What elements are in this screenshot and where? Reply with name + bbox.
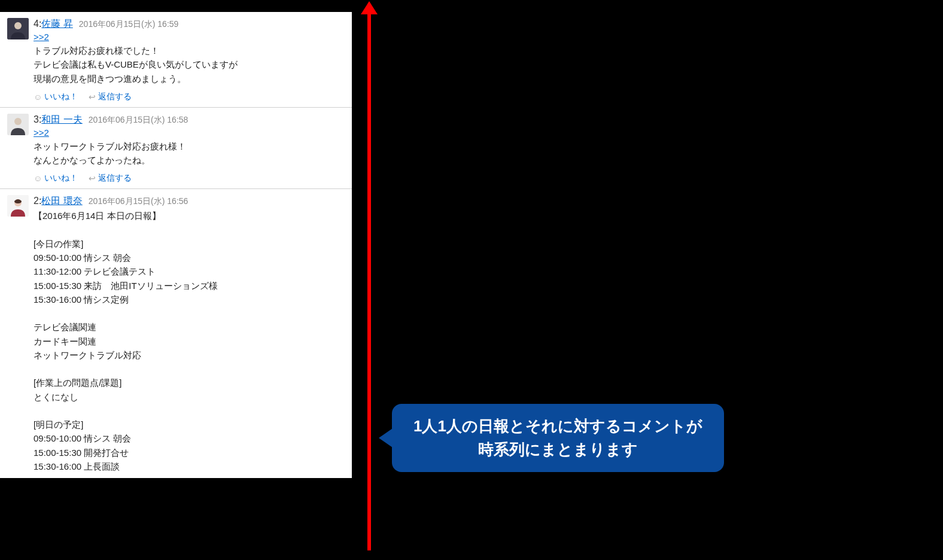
post-actions: ☺ いいね！ ↩ 返信する (34, 92, 345, 102)
post-header: 4:佐藤 昇 2016年06月15日(水) 16:59 (34, 18, 345, 31)
reference-link[interactable]: >>2 (34, 127, 49, 138)
author-link[interactable]: 松田 環奈 (41, 196, 82, 206)
post-timestamp: 2016年06月15日(水) 16:58 (89, 115, 188, 126)
post-number: 3 (34, 114, 39, 124)
reply-label: 返信する (98, 173, 132, 184)
avatar[interactable] (7, 18, 29, 39)
reply-button[interactable]: ↩ 返信する (89, 92, 132, 102)
post-number: 2 (34, 196, 39, 206)
avatar[interactable] (7, 114, 29, 135)
thread-panel: 4:佐藤 昇 2016年06月15日(水) 16:59 >>2 トラブル対応お疲… (0, 12, 352, 478)
post: 2:松田 環奈 2016年06月15日(水) 16:56 【2016年6月14日… (0, 189, 352, 478)
author-link[interactable]: 佐藤 昇 (41, 19, 72, 29)
post: 3:和田 一夫 2016年06月15日(水) 16:58 >>2 ネットワークト… (0, 108, 352, 190)
timeline-arrow (367, 12, 371, 550)
svg-point-3 (14, 118, 22, 125)
callout-text: 1人1人の日報とそれに対するコメントが 時系列にまとまります (413, 417, 702, 458)
author-link[interactable]: 和田 一夫 (41, 114, 82, 124)
smile-icon: ☺ (34, 174, 42, 183)
post-number: 4 (34, 19, 39, 29)
post: 4:佐藤 昇 2016年06月15日(水) 16:59 >>2 トラブル対応お疲… (0, 12, 352, 108)
like-button[interactable]: ☺ いいね！ (34, 173, 78, 184)
post-header: 2:松田 環奈 2016年06月15日(水) 16:56 (34, 195, 345, 208)
post-body-wrap: >>2 トラブル対応お疲れ様でした！ テレビ会議は私もV-CUBEが良い気がして… (34, 32, 345, 86)
reply-label: 返信する (98, 92, 132, 102)
post-body-wrap: >>2 ネットワークトラブル対応お疲れ様！ なんとかなってよかったね。 (34, 127, 345, 168)
avatar[interactable] (7, 195, 29, 217)
reply-button[interactable]: ↩ 返信する (89, 173, 132, 184)
reply-icon: ↩ (89, 174, 96, 183)
reply-icon: ↩ (89, 92, 96, 102)
annotation-callout: 1人1人の日報とそれに対するコメントが 時系列にまとまります (392, 404, 724, 472)
like-label: いいね！ (44, 173, 78, 184)
post-body-wrap: 【2016年6月14日 本日の日報】 [今日の作業] 09:50-10:00 情… (34, 209, 345, 473)
reference-link[interactable]: >>2 (34, 32, 49, 42)
post-actions: ☺ いいね！ ↩ 返信する (34, 173, 345, 184)
post-body: ネットワークトラブル対応お疲れ様！ なんとかなってよかったね。 (34, 139, 345, 168)
post-timestamp: 2016年06月15日(水) 16:59 (79, 19, 179, 30)
smile-icon: ☺ (34, 92, 42, 102)
post-timestamp: 2016年06月15日(水) 16:56 (89, 196, 188, 207)
post-body: 【2016年6月14日 本日の日報】 [今日の作業] 09:50-10:00 情… (34, 209, 345, 473)
like-button[interactable]: ☺ いいね！ (34, 92, 78, 102)
svg-point-1 (14, 22, 22, 29)
post-body: トラブル対応お疲れ様でした！ テレビ会議は私もV-CUBEが良い気がしていますが… (34, 44, 345, 86)
like-label: いいね！ (44, 92, 78, 102)
post-header: 3:和田 一夫 2016年06月15日(水) 16:58 (34, 114, 345, 126)
